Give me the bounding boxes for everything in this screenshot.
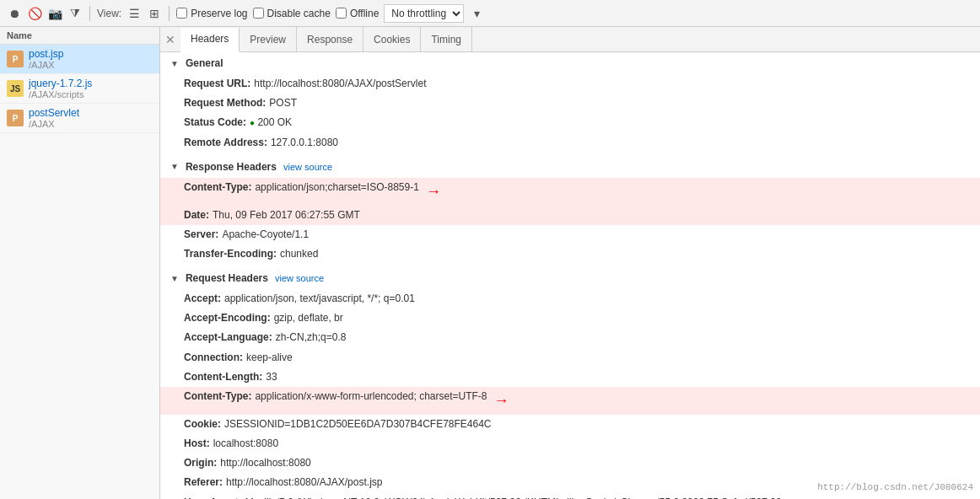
post-jsp-path: /AJAX [29,60,63,70]
throttling-dropdown-icon[interactable]: ▾ [469,6,484,21]
post-jsp-name: post.jsp [29,48,63,60]
req-origin-label: Origin: [184,455,217,471]
response-headers-header[interactable]: ▼ Response Headers view source [160,156,980,178]
req-accept-language-value: zh-CN,zh;q=0.8 [276,330,347,346]
response-content-type-label: Content-Type: [184,180,251,204]
main-container: Name P post.jsp /AJAX JS jquery-1.7.2.js… [0,27,980,499]
throttling-select[interactable]: No throttling [384,4,464,23]
req-host-row: Host: localhost:8080 [160,434,980,453]
tabs-bar: ✕ Headers Preview Response Cookies Timin… [160,27,980,52]
general-section: ▼ General Request URL: http://localhost:… [160,52,980,153]
jquery-icon: JS [7,80,24,97]
offline-label[interactable]: Offline [350,8,379,19]
camera-icon[interactable]: 📷 [47,6,62,21]
left-panel-header: Name [0,27,159,45]
request-headers-header[interactable]: ▼ Request Headers view source [160,267,980,289]
general-status-code-row: Status Code: ● 200 OK [160,113,980,132]
response-headers-section: ▼ Response Headers view source Content-T… [160,156,980,264]
req-accept-row: Accept: application/json, text/javascrip… [160,289,980,309]
remote-address-value: 127.0.0.1:8080 [271,135,338,151]
grid-view-icon[interactable]: ⊞ [147,6,162,21]
view-label: View: [97,8,121,19]
req-host-value: localhost:8080 [213,436,278,452]
list-item-jquery[interactable]: JS jquery-1.7.2.js /AJAX/scripts [0,74,159,104]
response-server-value: Apache-Coyote/1.1 [222,227,309,243]
response-transfer-encoding-value: chunked [280,246,318,262]
response-date-value: Thu, 09 Feb 2017 06:27:55 GMT [213,207,360,223]
req-content-length-value: 33 [266,369,277,385]
disable-cache-checkbox[interactable] [253,8,264,19]
tab-cookies[interactable]: Cookies [363,27,421,51]
general-request-method-row: Request Method: POST [160,94,980,113]
tab-close-button[interactable]: ✕ [160,27,180,51]
list-item-post-jsp[interactable]: P post.jsp /AJAX [0,45,159,74]
request-headers-section: ▼ Request Headers view source Accept: ap… [160,267,980,499]
response-server-row: Server: Apache-Coyote/1.1 [160,225,980,244]
list-view-icon[interactable]: ☰ [127,6,142,21]
postServlet-path: /AJAX [29,119,79,129]
req-accept-label: Accept: [184,291,221,307]
general-title: General [186,57,223,69]
req-accept-encoding-value: gzip, deflate, br [274,310,343,326]
req-connection-label: Connection: [184,350,243,366]
response-headers-view-source[interactable]: view source [283,162,332,172]
disable-cache-label[interactable]: Disable cache [267,8,331,19]
response-content-type-arrow: → [426,180,441,204]
jquery-name: jquery-1.7.2.js [29,78,92,89]
request-headers-triangle: ▼ [170,274,179,283]
right-panel: ✕ Headers Preview Response Cookies Timin… [160,27,980,499]
tab-response[interactable]: Response [297,27,363,51]
req-content-length-label: Content-Length: [184,369,262,385]
req-cookie-label: Cookie: [184,416,221,432]
disable-cache-group: Disable cache [253,8,331,19]
left-panel: Name P post.jsp /AJAX JS jquery-1.7.2.js… [0,27,160,499]
req-referer-value: http://localhost:8080/AJAX/post.jsp [226,475,382,491]
req-connection-row: Connection: keep-alive [160,348,980,368]
tab-headers[interactable]: Headers [180,28,240,52]
record-icon[interactable]: ⏺ [7,6,22,21]
req-content-type-value: application/x-www-form-urlencoded; chars… [255,389,487,413]
general-remote-address-row: Remote Address: 127.0.0.1:8080 [160,133,980,153]
status-code-label: Status Code: [184,115,246,131]
response-content-type-row: Content-Type: application/json;charset=I… [160,178,980,206]
req-accept-language-row: Accept-Language: zh-CN,zh;q=0.8 [160,328,980,347]
general-section-header[interactable]: ▼ General [160,52,980,74]
req-content-type-label: Content-Type: [184,389,251,413]
watermark: http://blog.csdn.net/J080624 [817,482,973,492]
clear-icon[interactable]: 🚫 [27,6,42,21]
response-headers-title: Response Headers [186,161,277,173]
response-headers-triangle: ▼ [170,162,179,171]
general-request-url-row: Request URL: http://localhost:8080/AJAX/… [160,74,980,94]
req-host-label: Host: [184,436,210,452]
req-connection-value: keep-alive [246,350,293,366]
preserve-log-checkbox[interactable] [176,8,187,19]
list-item-postServlet[interactable]: P postServlet /AJAX [0,104,159,133]
response-transfer-encoding-row: Transfer-Encoding: chunked [160,244,980,264]
request-headers-view-source[interactable]: view source [275,273,324,283]
response-date-label: Date: [184,207,209,223]
filter-icon[interactable]: ⧩ [67,6,83,21]
offline-group: Offline [336,8,379,19]
req-accept-encoding-row: Accept-Encoding: gzip, deflate, br [160,309,980,328]
tab-timing[interactable]: Timing [421,27,472,51]
request-url-label: Request URL: [184,76,250,92]
tab-preview[interactable]: Preview [240,27,297,51]
req-referer-label: Referer: [184,475,223,491]
req-origin-row: Origin: http://localhost:8080 [160,453,980,473]
jquery-path: /AJAX/scripts [29,89,92,99]
req-user-agent-value: Mozilla/5.0 (Windows NT 10.0; WOW64) App… [245,495,782,499]
preserve-log-label[interactable]: Preserve log [191,8,247,19]
req-user-agent-row: User-Agent: Mozilla/5.0 (Windows NT 10.0… [160,493,980,499]
post-jsp-icon: P [7,51,24,67]
response-server-label: Server: [184,227,218,243]
remote-address-label: Remote Address: [184,135,267,151]
req-accept-encoding-label: Accept-Encoding: [184,310,271,326]
req-content-type-arrow: → [494,389,509,413]
preserve-log-group: Preserve log [176,8,247,19]
offline-checkbox[interactable] [336,8,347,19]
response-transfer-encoding-label: Transfer-Encoding: [184,246,277,262]
content-area[interactable]: ▼ General Request URL: http://localhost:… [160,52,980,499]
divider-2 [169,6,170,21]
general-triangle: ▼ [170,59,179,68]
response-content-type-value: application/json;charset=ISO-8859-1 [255,180,418,204]
